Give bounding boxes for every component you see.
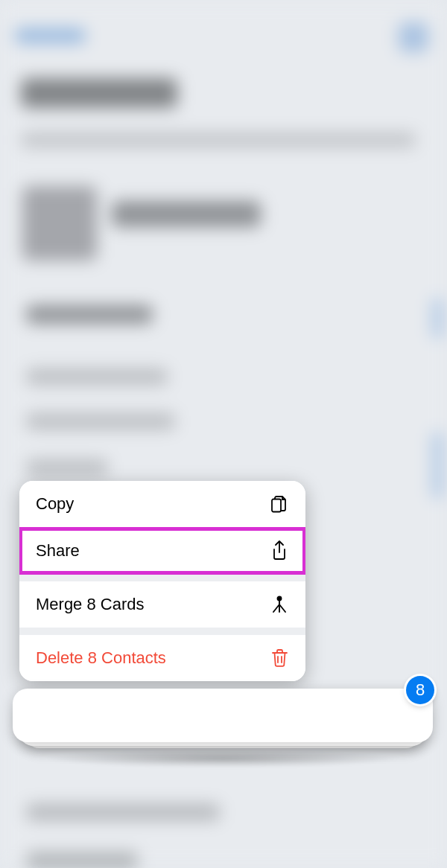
- context-menu: Copy Share Merge 8 Cards: [19, 481, 305, 681]
- copy-docs-icon: [268, 493, 291, 515]
- menu-group-separator: [19, 628, 305, 635]
- merge-icon: [268, 593, 291, 616]
- svg-point-1: [278, 597, 282, 601]
- share-icon: [268, 540, 291, 562]
- menu-group-separator: [19, 574, 305, 581]
- trash-icon: [268, 647, 291, 669]
- delete-label: Delete 8 Contacts: [36, 648, 166, 668]
- selected-contacts-stack[interactable]: 8: [13, 689, 433, 756]
- merge-label: Merge 8 Cards: [36, 595, 145, 614]
- copy-label: Copy: [36, 494, 74, 514]
- delete-contacts-menu-item[interactable]: Delete 8 Contacts: [19, 635, 305, 681]
- share-label: Share: [36, 541, 80, 561]
- svg-rect-0: [272, 499, 281, 511]
- copy-menu-item[interactable]: Copy: [19, 481, 305, 527]
- selection-count-badge: 8: [406, 676, 434, 704]
- share-menu-item[interactable]: Share: [19, 528, 305, 574]
- merge-cards-menu-item[interactable]: Merge 8 Cards: [19, 581, 305, 628]
